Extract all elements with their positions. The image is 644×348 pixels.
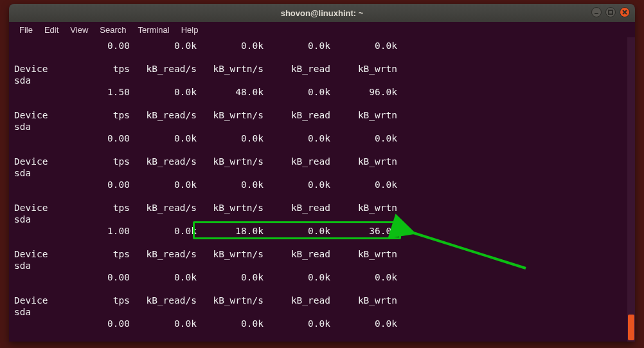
col-value: 0.0k <box>197 133 264 144</box>
terminal-window: shovon@linuxhint: ~ File Edit View Searc… <box>9 4 635 342</box>
iostat-data-row: 1.000.0k18.0k0.0k36.0k <box>14 225 630 237</box>
col-value: 96.0k <box>330 86 397 98</box>
col-header: kB_read/s <box>130 156 197 167</box>
col-header: kB_wrtn <box>330 109 397 121</box>
device-name: sda <box>14 121 58 133</box>
col-header: kB_read/s <box>130 202 197 214</box>
col-header: kB_wrtn <box>330 202 397 214</box>
col-value: 1.50 <box>58 86 130 98</box>
iostat-data-row: 0.000.0k0.0k0.0k0.0k <box>14 40 630 51</box>
minimize-button[interactable] <box>591 7 602 17</box>
col-value: 1.00 <box>58 225 130 237</box>
device-row: sda <box>14 214 630 225</box>
window-title: shovon@linuxhint: ~ <box>14 8 630 18</box>
blank-line <box>14 98 630 109</box>
blank-line <box>14 329 630 341</box>
iostat-header-row: DevicetpskB_read/skB_wrtn/skB_readkB_wrt… <box>14 156 630 167</box>
iostat-header-row: DevicetpskB_read/skB_wrtn/skB_readkB_wrt… <box>14 295 630 306</box>
iostat-data-row: 0.000.0k0.0k0.0k0.0k <box>14 133 630 144</box>
menu-edit[interactable]: Edit <box>39 24 64 36</box>
col-value: 0.0k <box>130 318 197 329</box>
col-header: kB_read <box>264 109 330 121</box>
col-value: 0.00 <box>58 133 130 144</box>
col-header: kB_wrtn <box>330 156 397 167</box>
col-value: 0.0k <box>330 179 397 190</box>
iostat-data-row: 0.000.0k0.0k0.0k0.0k <box>14 179 630 190</box>
menu-terminal[interactable]: Terminal <box>133 24 175 36</box>
device-name: sda <box>14 306 58 318</box>
col-value: 0.0k <box>197 271 264 283</box>
col-header: kB_wrtn <box>330 248 397 260</box>
device-row: sda <box>14 167 630 179</box>
maximize-button[interactable] <box>605 7 616 17</box>
menu-file[interactable]: File <box>14 24 38 36</box>
col-value: 36.0k <box>330 225 397 237</box>
device-name: sda <box>14 214 58 225</box>
menu-search[interactable]: Search <box>94 24 131 36</box>
col-value: 0.0k <box>264 40 330 51</box>
col-header: kB_wrtn/s <box>197 295 264 306</box>
col-header: kB_read/s <box>130 63 197 75</box>
iostat-header-row: DevicetpskB_read/skB_wrtn/skB_readkB_wrt… <box>14 248 630 260</box>
col-header: tps <box>58 295 130 306</box>
blank-line <box>14 144 630 156</box>
col-header: kB_read <box>264 295 330 306</box>
col-value: 0.00 <box>58 40 130 51</box>
col-value: 0.0k <box>330 271 397 283</box>
col-header: kB_read/s <box>130 295 197 306</box>
blank-line <box>14 190 630 202</box>
device-name: sda <box>14 75 58 86</box>
menubar: File Edit View Search Terminal Help <box>9 22 635 37</box>
col-header: Device <box>14 63 58 75</box>
menu-view[interactable]: View <box>65 24 93 36</box>
device-row: sda <box>14 121 630 133</box>
close-button[interactable] <box>620 7 630 17</box>
svg-rect-0 <box>609 10 613 14</box>
col-value: 48.0k <box>197 86 264 98</box>
iostat-header-row: DevicetpskB_read/skB_wrtn/skB_readkB_wrt… <box>14 109 630 121</box>
menu-help[interactable]: Help <box>176 24 204 36</box>
col-value: 0.0k <box>197 40 264 51</box>
col-value: 0.0k <box>264 271 330 283</box>
col-value: 0.0k <box>130 133 197 144</box>
col-value: 0.0k <box>130 225 197 237</box>
iostat-header-row: DevicetpskB_read/skB_wrtn/skB_readkB_wrt… <box>14 202 630 214</box>
col-value: 0.00 <box>58 179 130 190</box>
scrollbar[interactable] <box>627 37 635 342</box>
col-header: Device <box>14 202 58 214</box>
terminal-output[interactable]: 0.000.0k0.0k0.0k0.0k DevicetpskB_read/sk… <box>9 37 635 342</box>
col-value: 0.0k <box>130 40 197 51</box>
col-header: kB_wrtn/s <box>197 63 264 75</box>
col-value: 0.0k <box>197 318 264 329</box>
col-value: 0.0k <box>264 225 330 237</box>
col-header: tps <box>58 202 130 214</box>
col-value: 0.00 <box>58 318 130 329</box>
iostat-data-row: 0.000.0k0.0k0.0k0.0k <box>14 271 630 283</box>
device-name: sda <box>14 260 58 271</box>
col-value: 18.0k <box>197 225 264 237</box>
col-header: Device <box>14 156 58 167</box>
col-value: 0.0k <box>197 179 264 190</box>
col-value: 0.0k <box>130 179 197 190</box>
device-row: sda <box>14 260 630 271</box>
col-value: 0.0k <box>330 318 397 329</box>
col-header: kB_read <box>264 248 330 260</box>
col-header: tps <box>58 109 130 121</box>
iostat-data-row: 1.500.0k48.0k0.0k96.0k <box>14 86 630 98</box>
scrollbar-thumb[interactable] <box>628 315 634 340</box>
col-header: Device <box>14 248 58 260</box>
col-header: kB_wrtn/s <box>197 109 264 121</box>
col-value: 0.0k <box>264 86 330 98</box>
col-value: 0.00 <box>58 271 130 283</box>
col-value: 0.0k <box>130 271 197 283</box>
col-header: tps <box>58 156 130 167</box>
col-header: kB_read/s <box>130 109 197 121</box>
col-header: kB_wrtn <box>330 63 397 75</box>
col-header: kB_read <box>264 156 330 167</box>
col-header: tps <box>58 63 130 75</box>
window-buttons <box>591 7 630 17</box>
col-value: 0.0k <box>130 86 197 98</box>
blank-line <box>14 283 630 295</box>
col-header: kB_wrtn/s <box>197 248 264 260</box>
device-row: sda <box>14 306 630 318</box>
